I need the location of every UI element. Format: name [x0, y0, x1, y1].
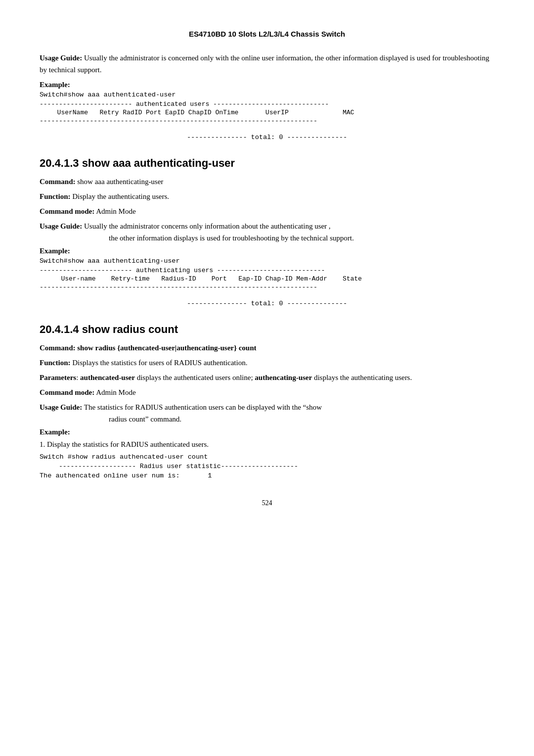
section-2-usage-guide-label: Usage Guide: [40, 222, 82, 230]
section-2-total-line: --------------- total: 0 --------------- [40, 300, 494, 307]
section-3-parameters-text: : [76, 374, 80, 381]
intro-usage-guide: Usage Guide: Usually the administrator i… [40, 52, 494, 76]
section-2-function-label: Function: [40, 192, 71, 200]
section-2-function-value: Display the authenticating users. [71, 192, 170, 200]
section-2-heading: 20.4.1.3 show aaa authenticating-user [40, 157, 494, 170]
section-2-usage-guide-text: Usually the administrator concerns only … [82, 222, 330, 230]
section-3-command-label: Command: [40, 344, 76, 352]
section-3-function-value: Displays the statistics for users of RAD… [71, 359, 248, 367]
section-2-usage-guide-indent: the other information displays is used f… [109, 232, 494, 244]
section-3-example-label: Example: [40, 428, 494, 436]
intro-divider-bottom: ----------------------------------------… [40, 117, 494, 125]
section-2-example-label: Example: [40, 247, 494, 255]
intro-divider-top: ------------------------ authenticated u… [40, 100, 494, 108]
section-3-parameters-end: displays the authenticating users. [312, 374, 412, 381]
section-3-example-text1: 1. Display the statistics for RADIUS aut… [40, 438, 494, 450]
section-3-radius-divider: -------------------- Radius user statist… [40, 463, 494, 470]
section-3-usage-guide-label: Usage Guide: [40, 403, 82, 411]
section-2-command-mode-value: Admin Mode [94, 207, 135, 215]
section-3-parameters-mid: displays the authenticated users online; [135, 374, 255, 381]
section-3-command-mode-value: Admin Mode [94, 388, 135, 396]
section-3-usage-guide: Usage Guide: The statistics for RADIUS a… [40, 401, 494, 425]
section-3-command-mode: Command mode: Admin Mode [40, 386, 494, 398]
section-2-function: Function: Display the authenticating use… [40, 190, 494, 202]
section-3-parameters-label: Parameters [40, 374, 76, 381]
page-header: ES4710BD 10 Slots L2/L3/L4 Chassis Switc… [40, 30, 494, 38]
section-2-command-mode: Command mode: Admin Mode [40, 205, 494, 217]
section-3-result-line: The authencated online user num is: 1 [40, 472, 494, 479]
section-2-usage-guide: Usage Guide: Usually the administrator c… [40, 220, 494, 244]
section-3-authencated-bold: authencated-user [80, 374, 135, 381]
section-3-parameters: Parameters: authencated-user displays th… [40, 372, 494, 383]
section-3-heading: 20.4.1.4 show radius count [40, 323, 494, 336]
section-3-command-mode-label: Command mode: [40, 388, 94, 396]
section-2-command: Command: show aaa authenticating-user [40, 176, 494, 188]
section-3-example-cmd: Switch #show radius authencated-user cou… [40, 453, 494, 461]
section-2-command-value: show aaa authenticating-user [76, 178, 164, 186]
page-number: 524 [40, 499, 494, 507]
section-3-function: Function: Displays the statistics for us… [40, 357, 494, 369]
section-2-divider-bottom: ----------------------------------------… [40, 284, 494, 291]
section-3-command-value: show radius {authencated-user|authencati… [76, 344, 257, 352]
intro-usage-guide-text: Usually the administrator is concerned o… [40, 54, 489, 74]
section-2-command-line: Switch#show aaa authenticating-user [40, 257, 494, 265]
section-2-table-header: User-name Retry-time Radius-ID Port Eap-… [40, 275, 494, 283]
section-2-command-label: Command: [40, 178, 76, 186]
section-2-divider-top: ------------------------ authenticating … [40, 267, 494, 274]
intro-table-header: UserName Retry RadID Port EapID ChapID O… [40, 109, 494, 116]
section-3-command: Command: show radius {authencated-user|a… [40, 342, 494, 354]
section-3-usage-guide-text: The statistics for RADIUS authentication… [82, 403, 322, 411]
section-3-usage-guide-indent: radius count” command. [109, 413, 494, 425]
intro-example-label: Example: [40, 81, 494, 89]
section-2-command-mode-label: Command mode: [40, 207, 94, 215]
intro-total-line: --------------- total: 0 --------------- [40, 134, 494, 141]
section-3-function-label: Function: [40, 359, 71, 367]
section-3-authencating-bold: authencating-user [255, 374, 312, 381]
intro-command-line: Switch#show aaa authenticated-user [40, 91, 494, 98]
intro-usage-guide-label: Usage Guide: [40, 54, 82, 62]
